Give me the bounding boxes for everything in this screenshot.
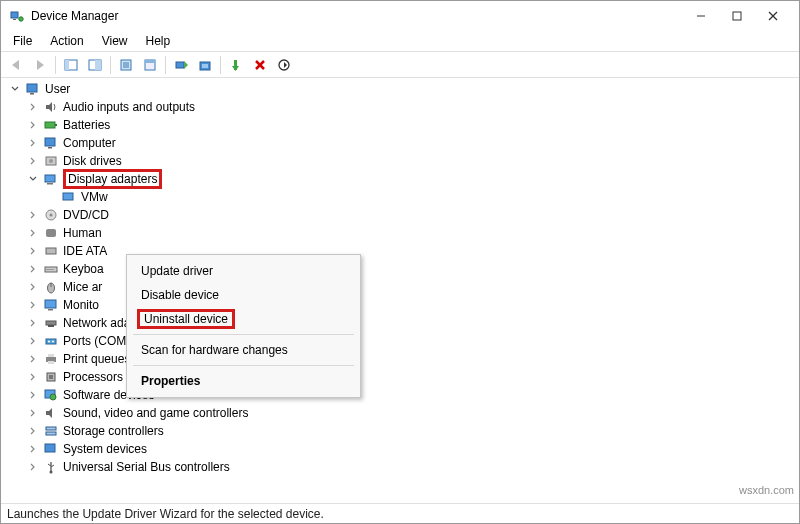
expand-icon[interactable] <box>27 389 39 401</box>
tree-item-hid[interactable]: Human <box>25 224 795 242</box>
svg-rect-19 <box>176 62 184 68</box>
battery-icon <box>43 117 59 133</box>
close-button[interactable] <box>755 2 791 30</box>
collapse-icon[interactable] <box>27 173 39 185</box>
minimize-button[interactable] <box>683 2 719 30</box>
status-text: Launches the Update Driver Wizard for th… <box>7 507 324 521</box>
menu-action[interactable]: Action <box>42 32 91 50</box>
toolbar-last-button[interactable] <box>273 54 295 76</box>
svg-point-65 <box>50 394 56 400</box>
svg-point-37 <box>49 159 53 163</box>
tree-item-audio[interactable]: Audio inputs and outputs <box>25 98 795 116</box>
expand-icon[interactable] <box>27 101 39 113</box>
svg-rect-39 <box>47 183 53 185</box>
expand-icon[interactable] <box>27 425 39 437</box>
tree-item-disk[interactable]: Disk drives <box>25 152 795 170</box>
svg-marker-31 <box>46 102 52 112</box>
ide-icon <box>43 243 59 259</box>
svg-rect-22 <box>202 64 208 68</box>
tree-item-computer[interactable]: Computer <box>25 134 795 152</box>
svg-rect-63 <box>49 375 53 379</box>
hid-icon <box>43 225 59 241</box>
network-icon <box>43 315 59 331</box>
collapse-icon[interactable] <box>9 83 21 95</box>
menu-help[interactable]: Help <box>138 32 179 50</box>
tree-item-dvd[interactable]: DVD/CD <box>25 206 795 224</box>
maximize-button[interactable] <box>719 2 755 30</box>
svg-rect-55 <box>48 325 54 327</box>
expand-icon[interactable] <box>27 245 39 257</box>
update-driver-button[interactable] <box>170 54 192 76</box>
expand-icon[interactable] <box>27 227 39 239</box>
svg-rect-0 <box>11 12 18 18</box>
svg-rect-1 <box>13 19 16 20</box>
expand-icon[interactable] <box>27 209 39 221</box>
properties-button[interactable] <box>115 54 137 76</box>
toolbar-icon-2[interactable] <box>139 54 161 76</box>
expand-icon[interactable] <box>27 407 39 419</box>
svg-point-42 <box>50 214 53 217</box>
svg-marker-66 <box>46 408 52 418</box>
computer-icon <box>43 135 59 151</box>
expand-icon[interactable] <box>27 353 39 365</box>
menu-properties[interactable]: Properties <box>129 369 358 393</box>
svg-rect-33 <box>55 124 57 126</box>
tree-item-vmw[interactable]: VMw <box>43 188 795 206</box>
context-menu: Update driver Disable device Uninstall d… <box>126 254 361 398</box>
monitor-icon <box>43 297 59 313</box>
toolbar <box>1 52 799 78</box>
sound-icon <box>43 405 59 421</box>
back-button[interactable] <box>5 54 27 76</box>
menu-disable-device[interactable]: Disable device <box>129 283 358 307</box>
expand-icon[interactable] <box>27 317 39 329</box>
svg-point-2 <box>19 17 23 21</box>
uninstall-device-button[interactable] <box>249 54 271 76</box>
menu-view[interactable]: View <box>94 32 136 50</box>
tree-item-storage[interactable]: Storage controllers <box>25 422 795 440</box>
usb-icon <box>43 459 59 475</box>
disk-icon <box>43 153 59 169</box>
svg-rect-56 <box>46 339 56 344</box>
computer-icon <box>25 81 41 97</box>
expand-icon[interactable] <box>27 263 39 275</box>
svg-marker-24 <box>232 66 239 71</box>
cpu-icon <box>43 369 59 385</box>
expand-icon[interactable] <box>27 137 39 149</box>
expand-icon[interactable] <box>27 281 39 293</box>
titlebar: Device Manager <box>1 1 799 31</box>
system-icon <box>43 441 59 457</box>
svg-rect-34 <box>45 138 55 146</box>
svg-point-57 <box>48 341 50 343</box>
ports-icon <box>43 333 59 349</box>
device-tree[interactable]: User Audio inputs and outputs Batteries … <box>1 78 799 503</box>
menu-uninstall-device[interactable]: Uninstall device <box>129 307 358 331</box>
tree-item-sound[interactable]: Sound, video and game controllers <box>25 404 795 422</box>
expand-icon[interactable] <box>27 461 39 473</box>
tree-item-usb[interactable]: Universal Serial Bus controllers <box>25 458 795 476</box>
forward-button[interactable] <box>29 54 51 76</box>
show-hide-tree-button[interactable] <box>60 54 82 76</box>
expand-icon[interactable] <box>27 443 39 455</box>
statusbar: Launches the Update Driver Wizard for th… <box>1 503 799 523</box>
menu-scan-hardware[interactable]: Scan for hardware changes <box>129 338 358 362</box>
help-button[interactable] <box>84 54 106 76</box>
printer-icon <box>43 351 59 367</box>
tree-item-system[interactable]: System devices <box>25 440 795 458</box>
tree-item-display-adapters[interactable]: Display adapters <box>25 170 795 188</box>
expand-icon[interactable] <box>27 335 39 347</box>
expand-icon[interactable] <box>27 155 39 167</box>
expand-icon[interactable] <box>27 119 39 131</box>
tree-item-batteries[interactable]: Batteries <box>25 116 795 134</box>
scan-hardware-button[interactable] <box>194 54 216 76</box>
expand-icon[interactable] <box>27 371 39 383</box>
enable-device-button[interactable] <box>225 54 247 76</box>
device-manager-window: Device Manager File Action View Help <box>0 0 800 524</box>
expand-icon[interactable] <box>27 299 39 311</box>
svg-rect-40 <box>63 193 73 200</box>
svg-rect-43 <box>46 229 56 237</box>
tree-root[interactable]: User <box>7 80 795 98</box>
svg-rect-54 <box>46 321 56 325</box>
menu-file[interactable]: File <box>5 32 40 50</box>
keyboard-icon <box>43 261 59 277</box>
menu-update-driver[interactable]: Update driver <box>129 259 358 283</box>
